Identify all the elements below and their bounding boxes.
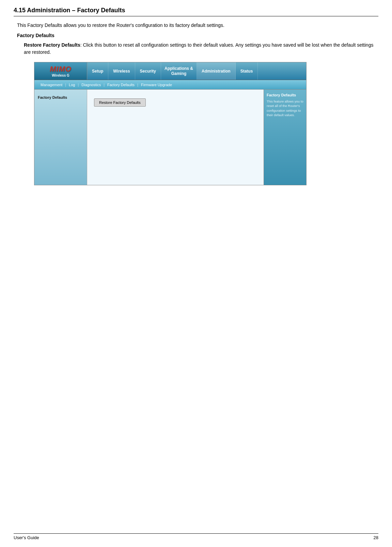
restore-label: Restore Factory Defaults xyxy=(24,42,80,48)
subnav-log[interactable]: Log xyxy=(66,83,78,87)
router-help-panel: Factory Defaults This feature allows you… xyxy=(264,90,306,185)
intro-paragraph: This Factory Defaults allows you to rest… xyxy=(17,22,378,28)
router-main: Factory Defaults Restore Factory Default… xyxy=(34,90,306,185)
router-topnav: MIMO Wireless G Setup Wireless Security … xyxy=(34,62,306,80)
sidebar-section-title: Factory Defaults xyxy=(38,95,67,99)
router-nav-items: Setup Wireless Security Applications &Ga… xyxy=(87,62,306,80)
help-panel-title: Factory Defaults xyxy=(267,93,303,97)
section-heading: Factory Defaults xyxy=(17,33,378,38)
body-description: Restore Factory Defaults: Click this but… xyxy=(24,42,378,56)
nav-setup[interactable]: Setup xyxy=(87,62,108,80)
nav-administration[interactable]: Administration xyxy=(197,62,236,80)
logo-subtitle: Wireless G xyxy=(52,74,69,77)
footer-right: 28 xyxy=(374,535,378,540)
restore-factory-defaults-button[interactable]: Restore Factory Defaults xyxy=(94,98,146,107)
subnav-firmware-upgrade[interactable]: Firmware Upgrade xyxy=(138,83,175,87)
router-screenshot: MIMO Wireless G Setup Wireless Security … xyxy=(34,62,307,185)
nav-security[interactable]: Security xyxy=(135,62,161,80)
nav-wireless[interactable]: Wireless xyxy=(108,62,135,80)
logo-mimo: MIMO xyxy=(50,65,72,74)
router-sidebar: Factory Defaults xyxy=(34,90,87,185)
subnav-management[interactable]: Management xyxy=(38,83,65,87)
nav-applications-gaming[interactable]: Applications &Gaming xyxy=(161,62,197,80)
subnav-diagnostics[interactable]: Diagnostics xyxy=(79,83,104,87)
footer-left: User's Guide xyxy=(14,535,39,540)
page-footer: User's Guide 28 xyxy=(14,533,378,540)
page-title: 4.15 Administration – Factory Defaults xyxy=(14,7,378,16)
subnav-factory-defaults[interactable]: Factory Defaults xyxy=(105,83,137,87)
router-logo: MIMO Wireless G xyxy=(34,62,87,80)
nav-status[interactable]: Status xyxy=(236,62,258,80)
router-content-area: Restore Factory Defaults xyxy=(87,90,264,185)
router-subnav: Management | Log | Diagnostics | Factory… xyxy=(34,80,306,90)
help-panel-text: This feature allows you to reset all of … xyxy=(267,99,303,117)
